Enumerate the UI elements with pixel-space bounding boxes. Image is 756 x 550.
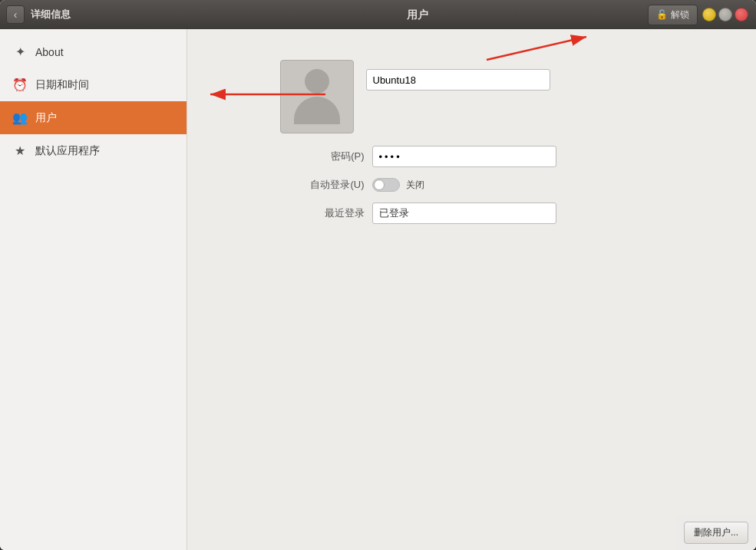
password-label: 密码(P): [280, 150, 372, 163]
titlebar-left: ‹ 详细信息: [0, 5, 187, 24]
titlebar-right: 🔓 解锁: [648, 5, 756, 25]
avatar-body: [294, 97, 340, 124]
window-title: 用户: [407, 8, 428, 21]
username-container: [366, 60, 550, 91]
avatar-figure: [294, 69, 340, 124]
clock-icon: ⏰: [12, 77, 28, 92]
sidebar-item-about-label: About: [35, 46, 64, 58]
lock-icon: 🔓: [656, 9, 668, 20]
avatar[interactable]: [280, 60, 354, 133]
autologin-toggle[interactable]: [372, 178, 400, 192]
bottom-toolbar: 删除用户...: [676, 515, 756, 550]
sidebar-item-users[interactable]: 👥 用户: [0, 101, 187, 134]
autologin-label: 自动登录(U): [280, 178, 372, 192]
username-input[interactable]: [366, 69, 550, 91]
sidebar-item-default-apps[interactable]: ★ 默认应用程序: [0, 134, 187, 167]
sidebar: ✦ About ⏰ 日期和时间 👥 用户 ★ 默认应用程序: [0, 29, 187, 550]
avatar-row: [280, 60, 664, 133]
autologin-toggle-label: 关闭: [406, 179, 424, 192]
last-login-row: 最近登录 已登录: [280, 203, 664, 224]
sidebar-item-datetime-label: 日期和时间: [35, 78, 89, 92]
password-row: 密码(P): [280, 146, 664, 167]
user-form: 密码(P) 自动登录(U) 关闭 最近登录: [280, 52, 664, 235]
main-window: ‹ 详细信息 用户 🔓 解锁 ✦ About: [0, 0, 756, 550]
delete-user-button[interactable]: 删除用户...: [684, 522, 748, 544]
titlebar: ‹ 详细信息 用户 🔓 解锁: [0, 0, 756, 29]
sidebar-item-datetime[interactable]: ⏰ 日期和时间: [0, 68, 187, 101]
back-button[interactable]: ‹: [6, 5, 25, 24]
close-button[interactable]: [735, 8, 748, 21]
info-icon: ✦: [12, 44, 28, 59]
star-icon: ★: [12, 143, 28, 158]
unlock-button[interactable]: 🔓 解锁: [648, 5, 698, 25]
minimize-button[interactable]: [702, 8, 716, 21]
toggle-knob: [374, 179, 385, 190]
maximize-button[interactable]: [718, 8, 732, 21]
sidebar-item-about[interactable]: ✦ About: [0, 35, 187, 68]
autologin-row: 自动登录(U) 关闭: [280, 178, 664, 192]
last-login-label: 最近登录: [280, 206, 372, 220]
unlock-label: 解锁: [671, 8, 689, 21]
window-controls: [702, 8, 748, 21]
last-login-value: 已登录: [372, 203, 556, 224]
sidebar-item-default-apps-label: 默认应用程序: [35, 144, 100, 158]
right-panel: 密码(P) 自动登录(U) 关闭 最近登录: [187, 29, 756, 550]
password-input[interactable]: [372, 146, 556, 167]
main-content: ✦ About ⏰ 日期和时间 👥 用户 ★ 默认应用程序: [0, 29, 756, 550]
users-icon: 👥: [12, 110, 28, 125]
avatar-head: [305, 69, 329, 94]
titlebar-center: 用户: [187, 8, 648, 22]
sidebar-item-users-label: 用户: [35, 111, 57, 125]
autologin-toggle-container: 关闭: [372, 178, 424, 192]
section-label: 详细信息: [31, 8, 71, 21]
